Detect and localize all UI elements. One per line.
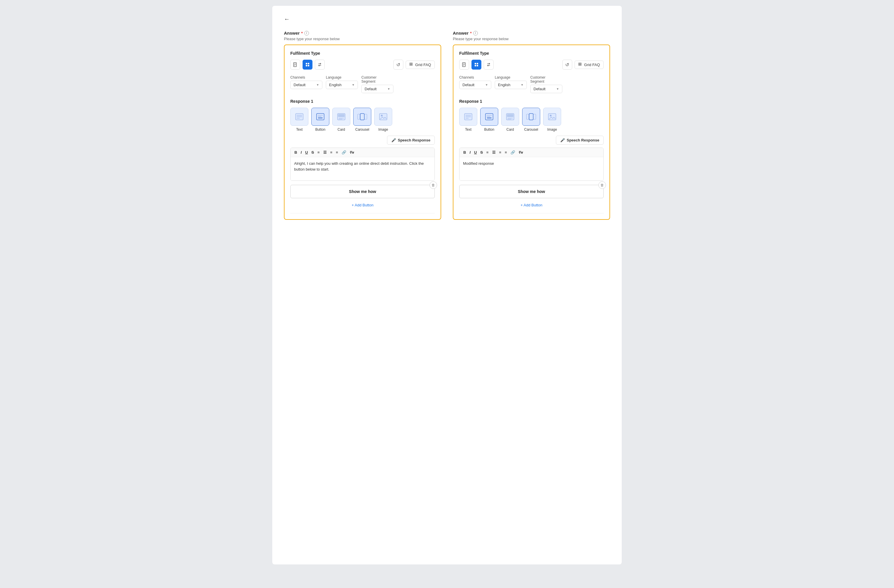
editor-toolbar-2: B I U S ≡ ☰ ≡ ≡ 🔗 Tx [459,148,603,157]
component-label-button-1: Button [316,128,326,131]
back-button[interactable]: ← [284,15,290,24]
align-left-btn-1[interactable]: ≡ [329,149,334,155]
speech-response-label-2: Speech Response [567,138,599,142]
ul-btn-1[interactable]: ☰ [322,149,328,155]
customer-segment-select-2[interactable]: Default ▼ [530,85,562,93]
doc-icon-btn-2[interactable] [459,60,469,69]
editor-content-1[interactable]: Alright, I can help you with creating an… [291,157,435,181]
strikethrough-btn-2[interactable]: S [479,149,484,155]
component-image-2[interactable]: Image [543,108,561,131]
svg-rect-35 [475,65,476,66]
grid-faq-btn-1[interactable]: Grid FAQ [406,60,435,69]
svg-rect-17 [318,117,323,119]
component-grid-2: Text Button Card [459,108,604,131]
svg-rect-9 [411,63,412,64]
panel-2: Answer * i Please type your response bel… [453,30,610,220]
add-button-link-1[interactable]: + Add Button [290,203,435,207]
bold-btn-1[interactable]: B [293,149,298,155]
transfer-icon-btn-2[interactable] [484,60,494,69]
link-btn-2[interactable]: 🔗 [510,149,516,155]
svg-rect-4 [306,63,307,64]
component-card-2[interactable]: Card [501,108,519,131]
strikethrough-btn-1[interactable]: S [310,149,315,155]
component-button-2[interactable]: Button [480,108,498,131]
svg-rect-11 [411,64,412,65]
fields-row-2: Channels Default ▼ Language English ▼ [459,75,604,93]
italic-btn-1[interactable]: I [300,149,302,155]
component-icon-image-1 [374,108,392,126]
editor-content-2[interactable]: Modified response [459,157,603,181]
svg-rect-34 [477,63,478,64]
answer-subtitle-2: Please type your response below [453,37,610,41]
grid-icon-btn-2[interactable] [471,60,481,69]
svg-rect-8 [410,63,411,64]
component-icon-button-1 [311,108,329,126]
language-group-2: Language English ▼ [495,75,527,89]
component-image-1[interactable]: Image [374,108,392,131]
loop-icon-btn-2[interactable]: ↺ [562,60,572,69]
required-star-2: * [470,31,471,36]
show-me-how-btn-2[interactable]: Show me how [459,185,604,198]
svg-rect-25 [360,113,364,120]
clear-format-btn-1[interactable]: Tx [349,149,355,155]
show-me-how-btn-1[interactable]: Show me how [290,185,435,198]
ol-btn-2[interactable]: ≡ [485,149,489,155]
bold-btn-2[interactable]: B [462,149,467,155]
customer-segment-select-1[interactable]: Default ▼ [361,85,393,93]
loop-icon-btn-1[interactable]: ↺ [393,60,403,69]
answer-title-1: Answer [284,30,300,36]
underline-btn-2[interactable]: U [473,149,477,155]
grid-faq-btn-2[interactable]: Grid FAQ [575,60,604,69]
customer-segment-arrow-2: ▼ [556,87,559,90]
italic-btn-2[interactable]: I [468,149,471,155]
fulfillment-title-2: Fulfilment Type [459,51,604,56]
info-icon-2[interactable]: i [473,31,478,36]
svg-point-57 [550,115,551,116]
component-label-text-1: Text [296,128,302,131]
delete-show-me-how-btn-2[interactable]: 🗑 [598,181,606,189]
speech-btn-area-1: 🎤 Speech Response [290,136,435,145]
component-icon-text-2 [459,108,477,126]
ol-btn-1[interactable]: ≡ [317,149,321,155]
component-text-1[interactable]: Text [290,108,308,131]
add-button-link-2[interactable]: + Add Button [459,203,604,207]
doc-icon-btn-1[interactable] [290,60,300,69]
svg-rect-21 [338,114,344,117]
language-select-1[interactable]: English ▼ [326,81,358,89]
language-arrow-1: ▼ [352,83,355,86]
ul-btn-2[interactable]: ☰ [491,149,497,155]
toolbar-row-2: ↺ Grid FAQ [459,60,604,69]
grid-icon-btn-1[interactable] [302,60,313,69]
info-icon-1[interactable]: i [304,31,309,36]
component-label-image-2: Image [547,128,557,131]
response-title-1: Response 1 [290,99,435,104]
transfer-icon-btn-1[interactable] [315,60,325,69]
delete-show-me-how-btn-1[interactable]: 🗑 [429,181,437,189]
component-card-1[interactable]: Card [332,108,350,131]
clear-format-btn-2[interactable]: Tx [518,149,524,155]
customer-segment-value-2: Default [533,87,545,91]
text-editor-2: B I U S ≡ ☰ ≡ ≡ 🔗 Tx Modified response [459,148,604,181]
language-label-1: Language [326,75,358,80]
svg-rect-46 [487,117,492,119]
svg-rect-54 [529,113,533,120]
channels-select-2[interactable]: Default ▼ [459,81,491,89]
answer-subtitle-1: Please type your response below [284,37,441,41]
language-select-2[interactable]: English ▼ [495,81,527,89]
align-right-btn-1[interactable]: ≡ [335,149,339,155]
show-me-how-wrapper-2: 🗑 Show me how [459,185,604,198]
align-left-btn-2[interactable]: ≡ [498,149,502,155]
component-carousel-2[interactable]: Carousel [522,108,540,131]
svg-rect-10 [410,64,411,65]
speech-response-btn-1[interactable]: 🎤 Speech Response [387,136,435,145]
speech-response-btn-2[interactable]: 🎤 Speech Response [556,136,604,145]
underline-btn-1[interactable]: U [304,149,309,155]
component-text-2[interactable]: Text [459,108,477,131]
channels-select-1[interactable]: Default ▼ [290,81,322,89]
svg-rect-45 [485,113,493,120]
align-right-btn-2[interactable]: ≡ [504,149,508,155]
component-button-1[interactable]: Button [311,108,329,131]
link-btn-1[interactable]: 🔗 [341,149,347,155]
component-carousel-1[interactable]: Carousel [353,108,371,131]
component-label-carousel-1: Carousel [355,128,369,131]
